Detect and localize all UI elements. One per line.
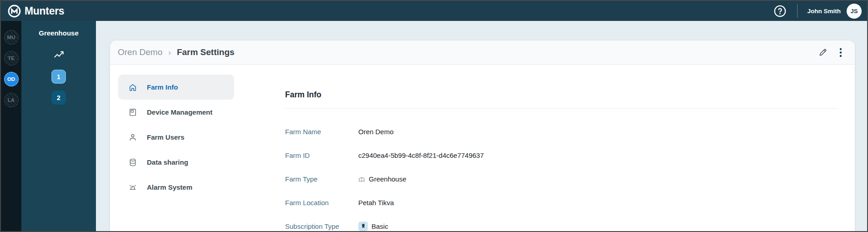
field-row-farm-type: Farm Type Greenhouse [285,167,838,191]
farm-settings-card: Oren Demo › Farm Settings [110,40,855,231]
monitoring-chart-icon[interactable] [53,48,65,60]
nav-item-label: Alarm System [147,183,192,191]
farm-info-section: Farm Info Farm Name Oren Demo Farm ID c2… [285,65,838,231]
nav-item-label: Data sharing [147,158,188,166]
house-button-2[interactable]: 2 [51,91,66,105]
field-value: Greenhouse [369,175,406,183]
subscription-badge-icon [358,222,368,231]
page-title: Farm Settings [177,47,235,57]
nav-item-farm-info[interactable]: Farm Info [118,75,234,100]
sidebar-title: Greenhouse [39,29,79,37]
nav-item-farm-users[interactable]: Farm Users [118,125,234,150]
header-right-cluster: John Smith JS [774,4,862,19]
nav-item-data-sharing[interactable]: Data sharing [118,150,234,175]
user-name: John Smith [808,8,841,15]
header-divider [797,4,798,18]
main-area: Oren Demo › Farm Settings [96,21,867,231]
section-divider [285,108,838,109]
farm-avatar-te[interactable]: TE [4,51,19,66]
header-actions [818,48,842,57]
nav-item-device-management[interactable]: Device Management [118,100,234,125]
alarm-icon [128,183,137,192]
edit-pencil-icon[interactable] [818,48,828,57]
field-label: Farm Name [285,128,358,136]
top-header-bar: Munters John Smith JS [1,1,867,21]
nav-item-label: Farm Info [147,83,178,91]
field-value: c2940ea4-5b99-4c8f-8f21-d4c6e7749637 [358,151,484,159]
device-icon [128,108,137,117]
nav-item-label: Device Management [147,108,212,116]
farm-avatar-mu[interactable]: MU [4,30,19,45]
user-initials: JS [851,8,858,15]
breadcrumb: Oren Demo › Farm Settings [118,47,235,57]
nav-item-label: Farm Users [147,133,185,141]
field-value: Oren Demo [358,128,394,136]
person-icon [128,133,137,142]
user-avatar[interactable]: JS [847,4,862,19]
more-options-kebab-icon[interactable] [839,48,842,57]
field-row-subscription-type: Subscription Type Basic [285,214,838,231]
farm-avatar-od-selected[interactable]: OD [4,72,19,86]
field-label: Farm Location [285,199,358,207]
app-window: Munters John Smith JS MU TE OD LA Greenh… [0,0,868,232]
help-icon[interactable] [774,5,786,17]
database-icon [128,158,137,167]
field-row-farm-location: Farm Location Petah Tikva [285,191,838,214]
card-header: Oren Demo › Farm Settings [110,40,855,65]
munters-logo-icon [8,5,21,18]
field-row-farm-id: Farm ID c2940ea4-5b99-4c8f-8f21-d4c6e774… [285,143,838,167]
brand: Munters [8,5,64,18]
farm-avatar-la[interactable]: LA [4,93,19,107]
nav-item-alarm-system[interactable]: Alarm System [118,175,234,200]
field-value: Petah Tikva [358,199,394,207]
field-label: Subscription Type [285,222,358,230]
breadcrumb-separator-icon: › [168,48,171,57]
house-button-1[interactable]: 1 [51,70,66,84]
breadcrumb-farm-link[interactable]: Oren Demo [118,47,162,57]
field-value: Basic [371,222,388,230]
field-label: Farm ID [285,151,358,159]
greenhouse-icon [358,176,365,182]
home-icon [128,83,137,92]
field-row-farm-name: Farm Name Oren Demo [285,120,838,143]
card-body: Farm Info Device Management [110,65,855,231]
brand-name: Munters [25,5,64,17]
farm-rail: MU TE OD LA [1,21,21,231]
field-label: Farm Type [285,175,358,183]
greenhouse-sidebar: Greenhouse 1 2 [21,21,96,231]
settings-nav: Farm Info Device Management [110,65,285,231]
section-title: Farm Info [285,90,838,108]
